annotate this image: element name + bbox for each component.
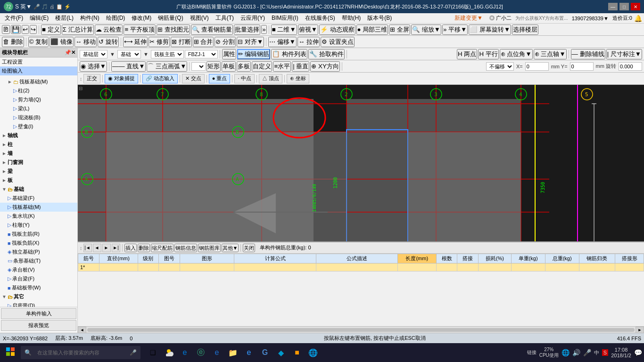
tb-three-point-axis[interactable]: ⊕ 三点轴▼	[534, 49, 567, 59]
x-input[interactable]	[525, 62, 549, 71]
sidebar-item-beam[interactable]: ▷ 梁(L)	[0, 104, 77, 113]
taskbar-icon-g[interactable]: G	[258, 346, 272, 359]
snap-cross[interactable]: ✕ 交点	[182, 74, 205, 83]
sidebar-item-fbm2[interactable]: ▷ 筏板基础(M)	[0, 203, 77, 212]
sidebar-section-foundation[interactable]: ▼ 🗁 基础	[0, 185, 77, 194]
tb-move[interactable]: ↔ 移动	[74, 37, 97, 47]
sidebar-item-jcl[interactable]: ▷ 基础梁(F)	[0, 194, 77, 203]
tb-align[interactable]: ⊟ 对齐▼	[237, 37, 264, 47]
sidebar-section-beam[interactable]: ► 梁	[0, 167, 77, 176]
tb-arc[interactable]: ⌒ 三点画弧▼	[147, 61, 187, 72]
nav-next[interactable]: ►	[102, 244, 111, 252]
taskbar-icon-diamond[interactable]: ◆	[274, 346, 288, 359]
close-button[interactable]: ✕	[631, 3, 640, 10]
canvas-minimize-icon[interactable]: ⊟	[79, 86, 83, 91]
nav-first[interactable]: |◄	[83, 244, 92, 252]
tb-line[interactable]: —— 直线▼	[111, 61, 146, 72]
draw-mode-select[interactable]	[191, 62, 206, 71]
tb-split[interactable]: ⊘ 分割	[215, 37, 236, 47]
menu-online[interactable]: 在线服务(S)	[302, 13, 338, 23]
nav-prev[interactable]: ◄	[93, 244, 101, 252]
tb-parallel[interactable]: H 平行	[478, 49, 498, 59]
snap-ortho[interactable]: 正交	[83, 74, 100, 83]
sidebar-item-chtz[interactable]: ◈ 承台桩(V)	[0, 265, 77, 274]
tb-save[interactable]: 💾	[11, 25, 21, 34]
menu-rebar-qty[interactable]: 钢筋量(Q)	[155, 13, 186, 23]
snap-mid[interactable]: · 中点	[234, 74, 254, 83]
btn-delete[interactable]: 删除	[138, 244, 150, 252]
snap-dynamic[interactable]: 🔗 动态输入	[142, 74, 178, 83]
taskbar-clock[interactable]: 17:08 2018/1/2	[611, 347, 631, 358]
tb-find[interactable]: ⊞ 查找图元	[157, 25, 190, 35]
menu-bell-icon[interactable]: 🔔	[634, 15, 642, 22]
sidebar-item-txji[interactable]: ▭ 条形基础(T)	[0, 256, 77, 265]
taskbar-icon-ie2[interactable]: e	[242, 346, 256, 359]
minimize-button[interactable]: —	[608, 3, 618, 10]
tb-undo[interactable]: ↩	[22, 25, 29, 34]
tb-property[interactable]: 属性	[222, 49, 236, 59]
tb-rotate[interactable]: ↺ 旋转	[98, 37, 119, 47]
tb-batch-select[interactable]: 批量选择	[234, 25, 260, 35]
tb-select[interactable]: ◉ 选择▼	[80, 61, 107, 72]
tb-redo[interactable]: ↪	[30, 25, 37, 34]
taskbar-icon-network[interactable]: 🌐	[306, 346, 320, 359]
sidebar-section-opening[interactable]: ► 门窗洞	[0, 158, 77, 167]
menu-file[interactable]: 文件(F)	[2, 13, 26, 23]
horizontal-scrollbar[interactable]: ◄ ►	[78, 326, 644, 333]
btn-scale-config[interactable]: 缩尺配筋	[151, 244, 173, 252]
tb-two-point[interactable]: H 两点	[457, 49, 477, 59]
tb-extend[interactable]: ⟷ 延伸	[123, 37, 148, 47]
sidebar-item-niche[interactable]: ▷ 壁龛(I)	[0, 122, 77, 131]
tb-break[interactable]: ⊠ 打断	[171, 37, 192, 47]
systray-notification[interactable]: 💬	[634, 349, 642, 356]
scroll-left-btn[interactable]: ◄	[78, 327, 86, 333]
menu-phone[interactable]: 13907298339▼	[572, 16, 609, 21]
menu-edit[interactable]: 编辑(E)	[27, 13, 51, 23]
tb-pan[interactable]: » 平移▼	[442, 25, 468, 35]
btn-other[interactable]: 其他▼	[222, 244, 239, 252]
tb-single-plate[interactable]: 单板	[222, 61, 236, 72]
menu-help[interactable]: 帮助(H)	[339, 13, 364, 23]
snap-center[interactable]: ● 重点	[209, 74, 231, 83]
tb-2d[interactable]: ■ 二维▼	[271, 25, 297, 35]
tb-more[interactable]: »	[261, 25, 266, 34]
menu-floor[interactable]: 楼层(L)	[52, 13, 76, 23]
sidebar-section-column[interactable]: ► 柱	[0, 140, 77, 149]
tb-custom[interactable]: 自定义	[252, 61, 272, 72]
menu-bim[interactable]: BIM应用(I)	[269, 13, 301, 23]
tb-local-3d[interactable]: ● 局部三维	[356, 25, 388, 35]
layer-type-select[interactable]: 基础	[117, 50, 141, 58]
tb-fullscreen[interactable]: ⊞ 全屏	[389, 25, 410, 35]
tb-top-view[interactable]: 俯视▼	[298, 25, 318, 35]
snap-object[interactable]: ◉ 对象捕捉	[105, 74, 138, 83]
tb-rect[interactable]: 矩形	[206, 61, 221, 72]
tb-cloud-check[interactable]: ☁ 云检查	[95, 25, 123, 35]
taskbar-icon-circle-e[interactable]: ⓔ	[194, 346, 207, 359]
tb-calc[interactable]: Σ 汇总计算	[62, 25, 94, 35]
scroll-right-btn[interactable]: ►	[636, 327, 644, 333]
layer-select[interactable]: 基础层	[80, 50, 107, 58]
sidebar-item-drawing[interactable]: 绘图输入	[0, 66, 77, 75]
btn-close[interactable]: 关闭	[243, 244, 255, 252]
sidebar-item-chl[interactable]: ▷ 承台梁(F)	[0, 274, 77, 283]
menu-draw[interactable]: 绘图(D)	[103, 13, 128, 23]
tb-align-top[interactable]: ≡ 平齐板顶	[124, 25, 155, 35]
sidebar-btn-report[interactable]: 报表预览	[1, 320, 76, 331]
tb-point-angle[interactable]: ⊕ 点位角▼	[500, 49, 533, 59]
tb-zoom[interactable]: 🔍 缩放▼	[411, 25, 441, 35]
taskbar-icon-square[interactable]: ■	[290, 346, 304, 359]
sidebar-item-column[interactable]: ▷ 柱(2)	[0, 86, 77, 95]
snap-coord[interactable]: ⊕ 坐标	[287, 74, 309, 83]
sidebar-item-fbzj[interactable]: ■ 筏板主筋(R)	[0, 230, 77, 239]
tb-multi-plate[interactable]: 多板	[237, 61, 251, 72]
sidebar-section-slab[interactable]: ► 板	[0, 176, 77, 185]
y-input[interactable]	[570, 62, 594, 71]
tb-offset[interactable]: ⋯ 偏移▼	[268, 37, 297, 47]
search-bar-container[interactable]: 🔍 🎤	[21, 346, 140, 359]
taskbar-icon-weather[interactable]	[162, 346, 175, 359]
sidebar-section-axis[interactable]: ► 轴线	[0, 131, 77, 140]
tb-delete[interactable]: 🗑 删除	[2, 37, 24, 47]
sidebar-item-project[interactable]: 工程设置	[0, 58, 77, 66]
menu-cloud[interactable]: 云应用(Y)	[238, 13, 268, 23]
sidebar-item-fbfj[interactable]: ■ 筏板负筋(X)	[0, 239, 77, 247]
